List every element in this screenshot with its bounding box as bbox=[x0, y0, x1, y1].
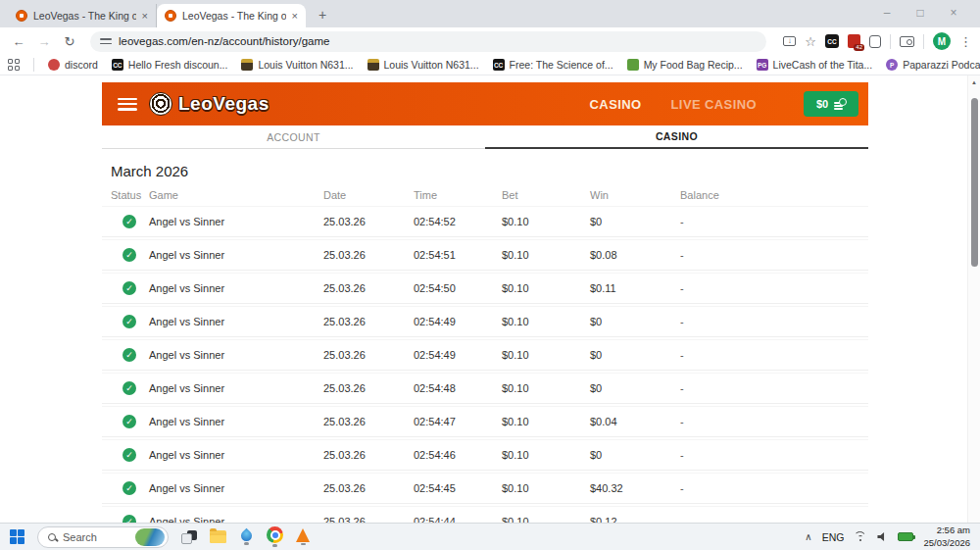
col-balance: Balance bbox=[680, 189, 868, 201]
clock-date: 25/03/2026 bbox=[923, 537, 970, 549]
game-history-row[interactable]: ✓ Angel vs Sinner 25.03.26 02:54:50 $0.1… bbox=[102, 274, 868, 303]
bookmark-item[interactable]: Louis Vuitton N631... bbox=[241, 59, 353, 71]
forward-button[interactable]: → bbox=[33, 34, 55, 49]
url-text[interactable]: leovegas.com/en-nz/account/history/game bbox=[119, 35, 329, 47]
install-app-icon[interactable]: ↓ bbox=[783, 36, 796, 46]
browser-toolbar: ← → ↻ leovegas.com/en-nz/account/history… bbox=[0, 27, 980, 55]
balance-button[interactable]: $0 bbox=[804, 91, 858, 117]
task-view-button[interactable] bbox=[181, 530, 197, 544]
cell-win: $0 bbox=[590, 382, 680, 394]
game-history-row[interactable]: ✓ Angel vs Sinner 25.03.26 02:54:47 $0.1… bbox=[102, 407, 868, 436]
browser-titlebar: LeoVegas - The King of Mobile × LeoVegas… bbox=[0, 0, 980, 27]
page-scrollbar[interactable]: ▲ bbox=[967, 75, 980, 523]
tab-close-icon[interactable]: × bbox=[292, 10, 298, 22]
maximize-button[interactable]: □ bbox=[904, 6, 937, 20]
cell-balance: - bbox=[680, 249, 868, 261]
battery-icon[interactable] bbox=[898, 532, 913, 541]
chrome-button[interactable] bbox=[267, 526, 283, 547]
cell-game: Angel vs Sinner bbox=[149, 382, 323, 394]
hamburger-menu-icon[interactable] bbox=[118, 98, 137, 111]
scrollbar-up-arrow[interactable]: ▲ bbox=[968, 75, 980, 85]
reload-button[interactable]: ↻ bbox=[59, 34, 80, 49]
game-history-row[interactable]: ✓ Angel vs Sinner 25.03.26 02:54:49 $0.1… bbox=[102, 307, 868, 336]
chrome-icon bbox=[267, 526, 283, 543]
bookmark-item[interactable]: CC Hello Fresh discoun... bbox=[112, 59, 228, 71]
droplet-app-button[interactable] bbox=[239, 528, 254, 545]
extension-cc-icon[interactable]: CC bbox=[825, 34, 839, 48]
game-history-row[interactable]: ✓ Angel vs Sinner 25.03.26 02:54:48 $0.1… bbox=[102, 374, 868, 403]
status-check-icon: ✓ bbox=[122, 381, 136, 395]
leovegas-wordmark[interactable]: LeoVegas bbox=[178, 93, 270, 115]
extension-box-icon[interactable] bbox=[869, 35, 881, 48]
game-history-row[interactable]: ✓ Angel vs Sinner 25.03.26 02:54:45 $0.1… bbox=[102, 474, 868, 503]
tab-search-icon[interactable] bbox=[900, 36, 914, 47]
droplet-icon bbox=[239, 528, 255, 544]
minimize-button[interactable]: – bbox=[870, 6, 904, 20]
bookmark-label: Paparazzi Podcast o... bbox=[903, 59, 980, 71]
profile-avatar[interactable]: M bbox=[933, 32, 951, 50]
bookmark-favicon: PG bbox=[757, 59, 768, 71]
tab-casino[interactable]: CASINO bbox=[485, 125, 868, 149]
speaker-icon[interactable] bbox=[877, 532, 888, 542]
close-button[interactable]: × bbox=[937, 6, 970, 20]
site-settings-icon[interactable] bbox=[100, 35, 112, 47]
bookmark-item[interactable]: CC Free: The Science of... bbox=[493, 59, 613, 71]
game-history-row[interactable]: ✓ Angel vs Sinner 25.03.26 02:54:46 $0.1… bbox=[102, 440, 868, 470]
bookmark-item[interactable]: Louis Vuitton N631... bbox=[368, 59, 479, 71]
file-explorer-button[interactable] bbox=[210, 530, 226, 543]
coins-icon bbox=[834, 99, 846, 110]
tray-chevron-icon[interactable]: ∧ bbox=[805, 531, 811, 542]
apps-grid-icon[interactable] bbox=[8, 59, 20, 71]
bookmark-item[interactable]: PG LiveCash of the Tita... bbox=[757, 59, 873, 71]
bookmark-label: Hello Fresh discoun... bbox=[128, 59, 228, 71]
bookmarks-bar: discord CC Hello Fresh discoun... Louis … bbox=[0, 55, 980, 75]
status-check-icon: ✓ bbox=[122, 481, 136, 495]
cell-bet: $0.10 bbox=[502, 449, 590, 461]
extension-red-icon[interactable]: 42 bbox=[848, 34, 860, 48]
cell-win: $40.32 bbox=[590, 482, 680, 494]
game-history-row[interactable]: ✓ Angel vs Sinner 25.03.26 02:54:51 $0.1… bbox=[102, 240, 868, 270]
bookmark-favicon: CC bbox=[493, 59, 505, 71]
game-history-row[interactable]: ✓ Angel vs Sinner 25.03.26 02:54:44 $0.1… bbox=[102, 507, 868, 523]
tab-account[interactable]: ACCOUNT bbox=[102, 125, 485, 149]
bookmark-item[interactable]: My Food Bag Recip... bbox=[627, 59, 743, 71]
wifi-icon[interactable] bbox=[854, 531, 867, 542]
new-tab-button[interactable]: + bbox=[312, 4, 333, 25]
status-check-icon: ✓ bbox=[122, 415, 136, 428]
tab-title: LeoVegas - The King of Mobile bbox=[182, 10, 286, 22]
bookmark-item[interactable]: P Paparazzi Podcast o... bbox=[886, 59, 980, 71]
extension-badge: 42 bbox=[854, 44, 864, 51]
taskbar-search[interactable]: Search bbox=[37, 526, 169, 548]
leovegas-favicon bbox=[165, 10, 176, 22]
cell-time: 02:54:49 bbox=[414, 349, 502, 361]
leovegas-lion-logo[interactable] bbox=[149, 92, 172, 116]
bookmark-item[interactable]: discord bbox=[48, 59, 98, 71]
search-icon bbox=[48, 533, 56, 541]
address-bar[interactable]: leovegas.com/en-nz/account/history/game bbox=[90, 31, 766, 52]
nav-live-casino[interactable]: LIVE CASINO bbox=[671, 97, 757, 112]
status-check-icon: ✓ bbox=[122, 315, 136, 328]
browser-tab-2[interactable]: LeoVegas - The King of Mobile × bbox=[157, 4, 306, 27]
cell-time: 02:54:49 bbox=[414, 316, 502, 327]
menu-kebab-icon[interactable]: ⋮ bbox=[959, 34, 972, 49]
cell-balance: - bbox=[680, 282, 868, 294]
browser-tab-1[interactable]: LeoVegas - The King of Mobile × bbox=[8, 4, 157, 27]
search-daily-image[interactable] bbox=[135, 528, 165, 546]
tab-strip: LeoVegas - The King of Mobile × LeoVegas… bbox=[0, 0, 333, 27]
bookmark-star-icon[interactable]: ☆ bbox=[805, 35, 816, 48]
site-nav: CASINO LIVE CASINO $0 bbox=[590, 91, 858, 117]
game-history-row[interactable]: ✓ Angel vs Sinner 25.03.26 02:54:52 $0.1… bbox=[102, 207, 868, 236]
bookmark-favicon bbox=[627, 59, 639, 71]
tab-close-icon[interactable]: × bbox=[142, 10, 148, 22]
cell-win: $0.04 bbox=[590, 416, 680, 427]
status-check-icon: ✓ bbox=[122, 281, 136, 295]
back-button[interactable]: ← bbox=[8, 34, 29, 49]
start-button[interactable] bbox=[10, 529, 24, 544]
game-history-row[interactable]: ✓ Angel vs Sinner 25.03.26 02:54:49 $0.1… bbox=[102, 340, 868, 370]
language-indicator[interactable]: ENG bbox=[822, 531, 845, 543]
taskbar-clock[interactable]: 2:56 am 25/03/2026 bbox=[923, 525, 970, 549]
scrollbar-thumb[interactable] bbox=[971, 98, 978, 267]
vlc-button[interactable] bbox=[296, 528, 310, 546]
leovegas-favicon bbox=[16, 10, 27, 22]
nav-casino[interactable]: CASINO bbox=[590, 97, 642, 112]
